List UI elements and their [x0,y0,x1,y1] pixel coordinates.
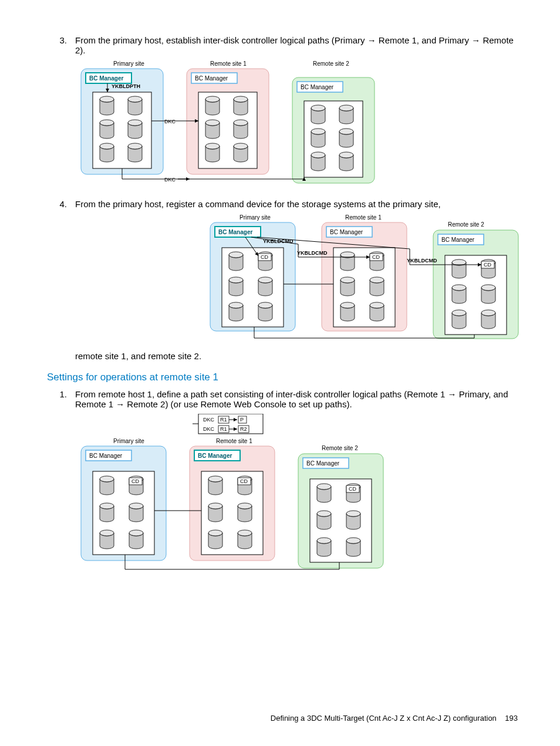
bcm-label: BC Manager [198,453,232,459]
label-remote-site-2: Remote site 2 [322,445,358,451]
dkc-label: DKC [203,417,215,423]
label-primary-site: Primary site [239,214,271,221]
step-text: From remote host 1, define a path set co… [75,389,519,409]
bcm-label: BC Manager [301,84,334,90]
dkc-label: DKC [164,119,176,124]
diagram-1: Primary site Remote site 1 Remote site 2… [75,60,519,186]
label-primary-site: Primary site [113,60,144,67]
step-4: 4. From the primary host, register a com… [47,199,519,361]
ykbldpth-label: YKBLDPTH [112,83,140,89]
diagram-2: Primary site Remote site 1 Remote site 2… [204,214,521,343]
step-text: From the primary host, establish inter-d… [75,35,519,55]
label-remote-site-1: Remote site 1 [216,438,252,444]
label-remote-site-2: Remote site 2 [313,60,349,67]
step-num: 1. [47,389,75,586]
ykbldcmd-label: YKBLDCMD [297,250,328,256]
step-text: From the primary host, register a comman… [75,199,521,209]
ykbldcmd-label: YKBLDCMD [407,258,437,264]
label-primary-site: Primary site [113,438,144,444]
step-3: 3. From the primary host, establish inte… [47,35,519,194]
r1-label: R1 [220,417,227,423]
r2-label: R2 [240,426,247,432]
bcm-label: BC Manager [330,229,363,235]
bcm-label: BC Manager [218,229,252,235]
label-remote-site-2: Remote site 2 [448,221,484,228]
p-label: P [240,417,244,423]
bcm-label: BC Manager [89,75,123,82]
label-remote-site-1: Remote site 1 [345,214,382,221]
label-remote-site-1: Remote site 1 [210,60,247,67]
bcm-label: BC Manager [306,460,340,467]
diagram-3: DKC R1 P DKC R1 R2 Primary site Remote s… [75,414,519,578]
bcm-label: BC Manager [89,453,123,459]
dkc-label: DKC [203,426,215,432]
r1-label: R1 [220,426,227,432]
step-text-b: remote site 1, and remote site 2. [75,351,521,361]
cd-label: CD [240,478,248,484]
cd-label: CD [261,254,268,260]
cd-label: CD [372,254,380,260]
cd-label: CD [484,262,491,268]
step-num: 3. [47,35,75,194]
dkc-label: DKC [164,177,176,183]
cd-label: CD [131,478,139,484]
section-heading: Settings for operations at remote site 1 [47,372,519,383]
cd-label: CD [349,486,356,492]
bcm-label: BC Manager [441,237,475,243]
step-num: 4. [47,199,75,361]
bcm-label: BC Manager [195,75,228,82]
step-b1: 1. From remote host 1, define a path set… [47,389,519,586]
